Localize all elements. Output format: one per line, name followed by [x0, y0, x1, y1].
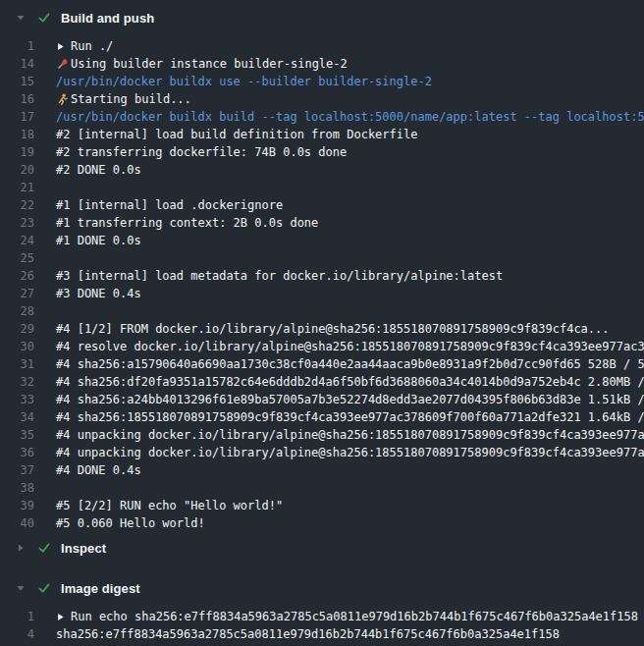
log-text: #5 [2/2] RUN echo "Hello world!"	[56, 497, 283, 514]
line-number[interactable]: 18	[0, 126, 34, 143]
log-text: #4 sha256:df20fa9351a15782c64e6dddb2d4a6…	[56, 373, 644, 391]
log-line: 19#2 transferring dockerfile: 74B 0.0s d…	[0, 143, 644, 161]
log-line: 23#1 transferring context: 2B 0.0s done	[0, 214, 644, 232]
line-number[interactable]: 22	[0, 196, 34, 214]
log-line: 1Run ./	[0, 37, 644, 55]
log-line: 36#4 unpacking docker.io/library/alpine@…	[0, 444, 644, 461]
line-number[interactable]: 19	[0, 143, 34, 161]
log-text: #2 [internal] load build definition from…	[56, 126, 417, 143]
log-text-value: #4 unpacking docker.io/library/alpine@sh…	[56, 426, 644, 444]
line-number[interactable]: 20	[0, 161, 34, 179]
section-inspect: Inspect	[0, 535, 644, 567]
log-line: 20#2 DONE 0.0s	[0, 161, 644, 179]
line-number[interactable]: 26	[0, 267, 34, 285]
line-number[interactable]: 39	[0, 497, 34, 514]
log-text: #2 DONE 0.0s	[56, 161, 141, 179]
log-lines: 1Run ./14Using builder instance builder-…	[0, 30, 644, 532]
caret-down-icon[interactable]	[16, 583, 26, 593]
log-text-value: sha256:e7ff8834a5963a2785c5a0811e979d16b…	[56, 625, 560, 643]
log-line: 17/usr/bin/docker buildx build --tag loc…	[0, 108, 644, 126]
log-text: #1 [internal] load .dockerignore	[56, 196, 283, 214]
log-text: /usr/bin/docker buildx build --tag local…	[56, 108, 644, 126]
line-number[interactable]: 34	[0, 408, 34, 426]
log-text-value: Run ./	[71, 37, 113, 55]
log-line: 22#1 [internal] load .dockerignore	[0, 196, 644, 214]
log-text-value: Starting build...	[71, 90, 191, 108]
log-line: 39#5 [2/2] RUN echo "Hello world!"	[0, 497, 644, 514]
line-number[interactable]: 21	[0, 179, 34, 196]
log-line: 24#1 DONE 0.0s	[0, 232, 644, 249]
run-expander-icon[interactable]	[56, 42, 71, 51]
log-text-value: #5 [2/2] RUN echo "Hello world!"	[56, 497, 283, 514]
line-number[interactable]: 1	[0, 608, 34, 625]
log-text: #5 0.060 Hello world!	[56, 514, 205, 532]
log-line: 4sha256:e7ff8834a5963a2785c5a0811e979d16…	[0, 625, 644, 643]
log-line: 1Run echo sha256:e7ff8834a5963a2785c5a08…	[0, 608, 644, 625]
line-number[interactable]: 29	[0, 320, 34, 338]
line-number[interactable]: 37	[0, 461, 34, 479]
log-text: Run ./	[56, 37, 113, 55]
caret-down-icon[interactable]	[16, 13, 26, 23]
log-text-value: #4 sha256:a24bb4013296f61e89ba57005a7b3e…	[56, 391, 644, 408]
log-lines	[0, 561, 644, 567]
section-header-image-digest[interactable]: Image digest	[0, 575, 644, 601]
line-number[interactable]: 38	[0, 479, 34, 497]
section-header-build-and-push[interactable]: Build and push	[0, 5, 644, 30]
check-icon	[37, 541, 51, 555]
section-title: Inspect	[61, 541, 106, 556]
log-text: Run echo sha256:e7ff8834a5963a2785c5a081…	[56, 608, 638, 625]
line-number[interactable]: 33	[0, 391, 34, 408]
line-number[interactable]: 36	[0, 444, 34, 461]
log-text: #4 unpacking docker.io/library/alpine@sh…	[56, 444, 644, 461]
log-text: #4 resolve docker.io/library/alpine@sha2…	[56, 338, 644, 355]
line-number[interactable]: 35	[0, 426, 34, 444]
log-text-value: #1 DONE 0.0s	[56, 232, 141, 249]
section-header-inspect[interactable]: Inspect	[0, 535, 644, 561]
log-text-value: Run echo sha256:e7ff8834a5963a2785c5a081…	[71, 608, 638, 625]
line-number[interactable]: 16	[0, 90, 34, 108]
log-text-value: #5 0.060 Hello world!	[56, 514, 205, 532]
line-number[interactable]: 4	[0, 625, 34, 643]
log-text: /usr/bin/docker buildx use --builder bui…	[56, 73, 432, 90]
section-title: Image digest	[61, 581, 140, 596]
log-text-value: /usr/bin/docker buildx use --builder bui…	[56, 73, 432, 90]
log-line: 26#3 [internal] load metadata for docker…	[0, 267, 644, 285]
log-line: 31#4 sha256:a15790640a6690aa1730c38cf0a4…	[0, 355, 644, 373]
log-text: #4 sha256:a15790640a6690aa1730c38cf0a440…	[56, 355, 644, 373]
line-number[interactable]: 1	[0, 37, 34, 55]
line-number[interactable]: 14	[0, 55, 34, 73]
log-text-value: #1 transferring context: 2B 0.0s done	[56, 214, 318, 232]
log-line: 35#4 unpacking docker.io/library/alpine@…	[0, 426, 644, 444]
run-expander-icon[interactable]	[56, 613, 71, 621]
line-number[interactable]: 24	[0, 232, 34, 249]
log-text-value: #4 sha256:df20fa9351a15782c64e6dddb2d4a6…	[56, 373, 644, 391]
log-text: #4 sha256:185518070891758909c9f839cf4ca3…	[56, 408, 644, 426]
log-lines: 1Run echo sha256:e7ff8834a5963a2785c5a08…	[0, 601, 644, 643]
line-number[interactable]: 23	[0, 214, 34, 232]
workflow-log-viewer: Build and push 1Run ./14Using builder in…	[0, 5, 644, 643]
line-number[interactable]: 17	[0, 108, 34, 126]
line-number[interactable]: 30	[0, 338, 34, 355]
log-text: Using builder instance builder-single-2	[56, 55, 348, 73]
line-number[interactable]: 40	[0, 514, 34, 532]
log-text-value: #4 sha256:185518070891758909c9f839cf4ca3…	[56, 408, 644, 426]
log-line: 16Starting build...	[0, 90, 644, 108]
log-text-value: #4 [1/2] FROM docker.io/library/alpine@s…	[56, 320, 610, 338]
caret-right-icon[interactable]	[16, 543, 26, 553]
log-line: 30#4 resolve docker.io/library/alpine@sh…	[0, 338, 644, 355]
line-number[interactable]: 28	[0, 302, 34, 320]
log-text: Starting build...	[56, 90, 191, 108]
log-text-value: #4 resolve docker.io/library/alpine@sha2…	[56, 338, 644, 355]
line-number[interactable]: 25	[0, 249, 34, 267]
line-number[interactable]: 32	[0, 373, 34, 391]
log-line: 15/usr/bin/docker buildx use --builder b…	[0, 73, 644, 90]
line-number[interactable]: 15	[0, 73, 34, 90]
log-text-value: /usr/bin/docker buildx build --tag local…	[56, 108, 644, 126]
line-number[interactable]: 31	[0, 355, 34, 373]
log-line: 27#3 DONE 0.4s	[0, 285, 644, 302]
log-text: #1 transferring context: 2B 0.0s done	[56, 214, 318, 232]
pushpin-icon	[56, 58, 71, 71]
log-text-value: #2 DONE 0.0s	[56, 161, 141, 179]
line-number[interactable]: 27	[0, 285, 34, 302]
log-text-value: #4 sha256:a15790640a6690aa1730c38cf0a440…	[56, 355, 644, 373]
